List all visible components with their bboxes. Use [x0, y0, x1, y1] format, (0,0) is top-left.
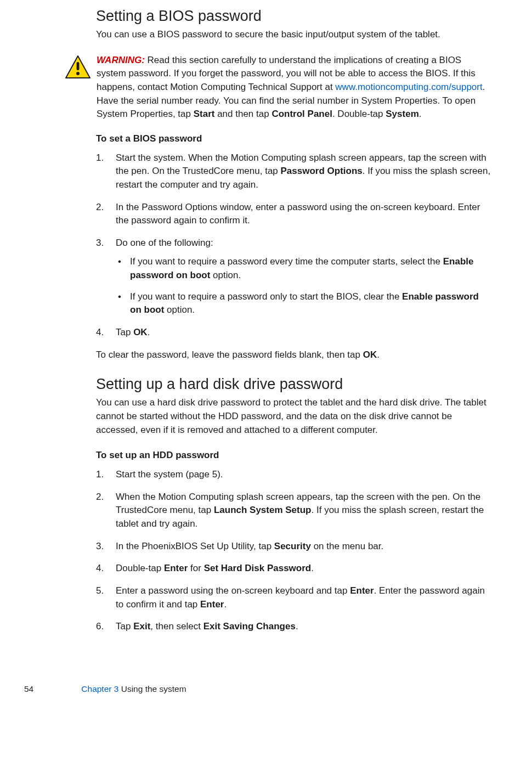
warning-mid2: . Double-tap [332, 109, 386, 119]
step-text: Do one of the following: [116, 238, 213, 248]
list-item: In the PhoenixBIOS Set Up Utility, tap S… [96, 540, 491, 554]
section-heading-hdd: Setting up a hard disk drive password [96, 374, 491, 395]
clear-password-note: To clear the password, leave the passwor… [96, 348, 491, 362]
chapter-title: Using the system [118, 684, 186, 693]
list-item: Tap OK. [96, 326, 491, 340]
chapter-reference: Chapter 3 [81, 684, 118, 693]
step-text: for [188, 563, 203, 573]
bold-exit: Exit [133, 621, 150, 631]
bold-start: Start [194, 109, 215, 119]
bullet-text: option. [210, 270, 241, 280]
bold-ok: OK [133, 327, 148, 337]
svg-point-2 [76, 72, 80, 75]
warning-icon [65, 55, 91, 79]
list-item: Start the system (page 5). [96, 468, 491, 482]
bullet-text: If you want to require a password every … [130, 256, 443, 267]
list-item: Enter a password using the on-screen key… [96, 584, 491, 611]
sub-bullets: If you want to require a password every … [116, 255, 491, 317]
page-number: 54 [24, 683, 79, 695]
support-link[interactable]: www.motioncomputing.com/support [335, 82, 482, 92]
step-text: . [224, 599, 227, 610]
bold-enter: Enter [200, 599, 224, 610]
steps-bios: Start the system. When the Motion Comput… [96, 151, 491, 340]
list-item: Double-tap Enter for Set Hard Disk Passw… [96, 562, 491, 576]
page-footer: 54 Chapter 3 Using the system [24, 683, 532, 695]
bold-set-hard-disk-password: Set Hard Disk Password [204, 563, 312, 573]
step-text: . [311, 563, 314, 573]
list-item: If you want to require a password only t… [116, 290, 491, 317]
steps-hdd: Start the system (page 5). When the Moti… [96, 468, 491, 634]
procedure-heading-hdd: To set up an HDD password [96, 449, 491, 462]
bold-password-options: Password Options [281, 166, 363, 176]
bold-exit-saving-changes: Exit Saving Changes [203, 621, 296, 631]
bold-enter: Enter [350, 585, 373, 596]
note-text: . [377, 349, 380, 360]
section-intro-hdd: You can use a hard disk drive password t… [96, 396, 491, 437]
bold-ok: OK [363, 349, 377, 360]
warning-text: WARNING: Read this section carefully to … [97, 54, 491, 121]
list-item: Do one of the following: If you want to … [96, 236, 491, 317]
step-text: Enter a password using the on-screen key… [116, 585, 350, 596]
bold-system: System [386, 109, 418, 119]
bullet-text: If you want to require a password only t… [130, 291, 402, 302]
bold-launch-system-setup: Launch System Setup [214, 505, 312, 515]
bold-control-panel: Control Panel [271, 109, 332, 119]
section-intro-bios: You can use a BIOS password to secure th… [96, 28, 491, 42]
warning-label: WARNING: [97, 55, 145, 65]
list-item: Tap Exit, then select Exit Saving Change… [96, 620, 491, 634]
bold-security: Security [274, 541, 311, 551]
step-text: . [296, 621, 298, 631]
warning-mid1: and then tap [214, 109, 271, 119]
list-item: Start the system. When the Motion Comput… [96, 151, 491, 192]
step-text: In the PhoenixBIOS Set Up Utility, tap [116, 541, 274, 551]
step-text: on the menu bar. [311, 541, 383, 551]
section-heading-bios: Setting a BIOS password [96, 5, 491, 27]
list-item: If you want to require a password every … [116, 255, 491, 282]
warning-tail: . [419, 109, 422, 119]
list-item: In the Password Options window, enter a … [96, 201, 491, 228]
step-text: Tap [116, 621, 133, 631]
procedure-heading-bios: To set a BIOS password [96, 132, 491, 146]
note-text: To clear the password, leave the passwor… [96, 349, 363, 360]
bold-enter: Enter [164, 563, 188, 573]
list-item: When the Motion Computing splash screen … [96, 490, 491, 531]
svg-rect-1 [77, 62, 80, 70]
step-text: Tap [116, 327, 133, 337]
bullet-text: option. [164, 304, 195, 315]
warning-block: WARNING: Read this section carefully to … [65, 54, 491, 121]
step-text: . [148, 327, 150, 337]
step-text: , then select [150, 621, 203, 631]
step-text: Double-tap [116, 563, 164, 573]
